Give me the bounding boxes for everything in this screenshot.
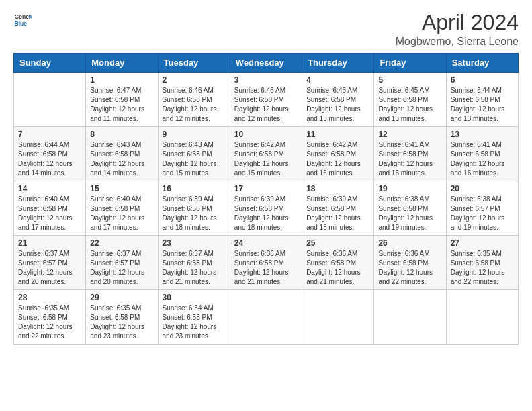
calendar-cell: 12Sunrise: 6:41 AM Sunset: 6:58 PM Dayli… (374, 127, 446, 181)
day-info: Sunrise: 6:42 AM Sunset: 6:58 PM Dayligh… (234, 140, 298, 178)
day-info: Sunrise: 6:38 AM Sunset: 6:57 PM Dayligh… (451, 195, 514, 232)
calendar-cell (302, 290, 374, 345)
calendar-cell: 8Sunrise: 6:43 AM Sunset: 6:58 PM Daylig… (86, 127, 158, 181)
calendar-cell: 7Sunrise: 6:44 AM Sunset: 6:58 PM Daylig… (14, 127, 86, 181)
calendar-cell (230, 290, 302, 345)
calendar-week-row: 28Sunrise: 6:35 AM Sunset: 6:58 PM Dayli… (14, 290, 519, 345)
day-info: Sunrise: 6:47 AM Sunset: 6:58 PM Dayligh… (90, 86, 153, 124)
calendar-week-row: 7Sunrise: 6:44 AM Sunset: 6:58 PM Daylig… (14, 127, 519, 181)
day-info: Sunrise: 6:44 AM Sunset: 6:58 PM Dayligh… (451, 86, 514, 124)
calendar-cell: 28Sunrise: 6:35 AM Sunset: 6:58 PM Dayli… (14, 290, 86, 345)
day-number: 6 (451, 75, 514, 85)
day-info: Sunrise: 6:42 AM Sunset: 6:58 PM Dayligh… (306, 140, 369, 178)
day-number: 1 (90, 75, 153, 85)
calendar-cell: 2Sunrise: 6:46 AM Sunset: 6:58 PM Daylig… (158, 73, 230, 127)
day-number: 4 (306, 75, 369, 85)
day-info: Sunrise: 6:35 AM Sunset: 6:58 PM Dayligh… (18, 304, 81, 341)
calendar-cell: 29Sunrise: 6:35 AM Sunset: 6:58 PM Dayli… (86, 290, 158, 345)
calendar-week-row: 1Sunrise: 6:47 AM Sunset: 6:58 PM Daylig… (14, 73, 519, 127)
calendar-cell: 3Sunrise: 6:46 AM Sunset: 6:58 PM Daylig… (230, 73, 302, 127)
day-info: Sunrise: 6:36 AM Sunset: 6:58 PM Dayligh… (234, 249, 298, 287)
day-number: 29 (90, 293, 153, 302)
day-number: 2 (163, 75, 226, 85)
day-number: 15 (90, 184, 153, 193)
day-of-week-monday: Monday (86, 54, 158, 73)
day-number: 27 (451, 238, 514, 248)
calendar-week-row: 14Sunrise: 6:40 AM Sunset: 6:58 PM Dayli… (14, 181, 519, 236)
day-number: 17 (234, 184, 298, 193)
day-of-week-friday: Friday (374, 54, 446, 73)
day-info: Sunrise: 6:35 AM Sunset: 6:58 PM Dayligh… (451, 249, 514, 287)
day-number: 21 (18, 238, 81, 248)
day-number: 18 (306, 184, 369, 193)
calendar-cell: 17Sunrise: 6:39 AM Sunset: 6:58 PM Dayli… (230, 181, 302, 236)
day-number: 13 (451, 130, 514, 139)
day-number: 19 (378, 184, 441, 193)
calendar-cell: 18Sunrise: 6:39 AM Sunset: 6:58 PM Dayli… (302, 181, 374, 236)
calendar-cell: 22Sunrise: 6:37 AM Sunset: 6:57 PM Dayli… (86, 236, 158, 290)
calendar-cell (374, 290, 446, 345)
day-info: Sunrise: 6:35 AM Sunset: 6:58 PM Dayligh… (90, 304, 153, 341)
day-number: 3 (234, 75, 298, 85)
calendar-header: SundayMondayTuesdayWednesdayThursdayFrid… (14, 54, 519, 73)
day-info: Sunrise: 6:44 AM Sunset: 6:58 PM Dayligh… (18, 140, 81, 178)
day-of-week-wednesday: Wednesday (230, 54, 302, 73)
day-info: Sunrise: 6:37 AM Sunset: 6:58 PM Dayligh… (163, 249, 226, 287)
calendar-cell: 27Sunrise: 6:35 AM Sunset: 6:58 PM Dayli… (446, 236, 518, 290)
day-info: Sunrise: 6:46 AM Sunset: 6:58 PM Dayligh… (163, 86, 226, 124)
main-title: April 2024 (396, 11, 519, 34)
calendar-cell: 5Sunrise: 6:45 AM Sunset: 6:58 PM Daylig… (374, 73, 446, 127)
day-info: Sunrise: 6:43 AM Sunset: 6:58 PM Dayligh… (90, 140, 153, 178)
day-of-week-thursday: Thursday (302, 54, 374, 73)
day-number: 30 (163, 293, 226, 302)
calendar-cell: 11Sunrise: 6:42 AM Sunset: 6:58 PM Dayli… (302, 127, 374, 181)
subtitle: Mogbwemo, Sierra Leone (396, 36, 519, 48)
day-number: 16 (163, 184, 226, 193)
day-info: Sunrise: 6:40 AM Sunset: 6:58 PM Dayligh… (90, 195, 153, 232)
day-number: 28 (18, 293, 81, 302)
calendar-cell: 9Sunrise: 6:43 AM Sunset: 6:58 PM Daylig… (158, 127, 230, 181)
calendar-cell: 14Sunrise: 6:40 AM Sunset: 6:58 PM Dayli… (14, 181, 86, 236)
days-of-week-row: SundayMondayTuesdayWednesdayThursdayFrid… (14, 54, 519, 73)
calendar-cell: 25Sunrise: 6:36 AM Sunset: 6:58 PM Dayli… (302, 236, 374, 290)
day-info: Sunrise: 6:45 AM Sunset: 6:58 PM Dayligh… (378, 86, 441, 124)
calendar-cell: 30Sunrise: 6:34 AM Sunset: 6:58 PM Dayli… (158, 290, 230, 345)
day-info: Sunrise: 6:36 AM Sunset: 6:58 PM Dayligh… (306, 249, 369, 287)
day-info: Sunrise: 6:43 AM Sunset: 6:58 PM Dayligh… (163, 140, 226, 178)
day-number: 9 (163, 130, 226, 139)
calendar-cell: 6Sunrise: 6:44 AM Sunset: 6:58 PM Daylig… (446, 73, 518, 127)
header: General Blue April 2024 Mogbwemo, Sierra… (13, 11, 519, 48)
calendar-cell (446, 290, 518, 345)
calendar-week-row: 21Sunrise: 6:37 AM Sunset: 6:57 PM Dayli… (14, 236, 519, 290)
day-of-week-sunday: Sunday (14, 54, 86, 73)
title-block: April 2024 Mogbwemo, Sierra Leone (396, 11, 519, 48)
calendar-cell: 23Sunrise: 6:37 AM Sunset: 6:58 PM Dayli… (158, 236, 230, 290)
day-info: Sunrise: 6:41 AM Sunset: 6:58 PM Dayligh… (451, 140, 514, 178)
day-number: 14 (18, 184, 81, 193)
page: General Blue April 2024 Mogbwemo, Sierra… (0, 0, 532, 411)
day-number: 12 (378, 130, 441, 139)
logo-icon: General Blue (13, 11, 32, 30)
day-info: Sunrise: 6:39 AM Sunset: 6:58 PM Dayligh… (306, 195, 369, 232)
day-of-week-tuesday: Tuesday (158, 54, 230, 73)
day-info: Sunrise: 6:39 AM Sunset: 6:58 PM Dayligh… (234, 195, 298, 232)
calendar-cell: 19Sunrise: 6:38 AM Sunset: 6:58 PM Dayli… (374, 181, 446, 236)
day-info: Sunrise: 6:45 AM Sunset: 6:58 PM Dayligh… (306, 86, 369, 124)
day-info: Sunrise: 6:46 AM Sunset: 6:58 PM Dayligh… (234, 86, 298, 124)
calendar-cell: 15Sunrise: 6:40 AM Sunset: 6:58 PM Dayli… (86, 181, 158, 236)
day-info: Sunrise: 6:36 AM Sunset: 6:58 PM Dayligh… (378, 249, 441, 287)
calendar-cell: 1Sunrise: 6:47 AM Sunset: 6:58 PM Daylig… (86, 73, 158, 127)
svg-text:Blue: Blue (15, 20, 28, 27)
day-number: 5 (378, 75, 441, 85)
calendar-cell: 20Sunrise: 6:38 AM Sunset: 6:57 PM Dayli… (446, 181, 518, 236)
day-number: 7 (18, 130, 81, 139)
day-number: 24 (234, 238, 298, 248)
day-number: 11 (306, 130, 369, 139)
day-info: Sunrise: 6:37 AM Sunset: 6:57 PM Dayligh… (90, 249, 153, 287)
day-info: Sunrise: 6:34 AM Sunset: 6:58 PM Dayligh… (163, 304, 226, 341)
day-info: Sunrise: 6:38 AM Sunset: 6:58 PM Dayligh… (378, 195, 441, 232)
day-number: 8 (90, 130, 153, 139)
day-info: Sunrise: 6:37 AM Sunset: 6:57 PM Dayligh… (18, 249, 81, 287)
day-info: Sunrise: 6:39 AM Sunset: 6:58 PM Dayligh… (163, 195, 226, 232)
day-number: 25 (306, 238, 369, 248)
